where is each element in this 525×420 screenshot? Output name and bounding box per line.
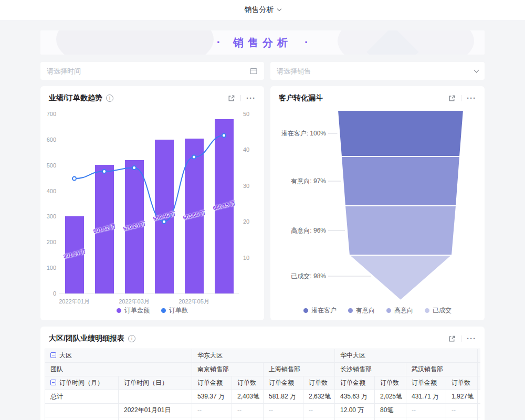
- metric-header: 订单金额: [335, 376, 375, 390]
- collapse-icon[interactable]: [50, 380, 56, 385]
- legend-dot: [303, 308, 308, 313]
- funnel-segment[interactable]: [345, 206, 456, 255]
- value-cell: 435.63 万: [335, 390, 375, 404]
- day-cell: 2022年01月02日: [119, 417, 192, 420]
- trend-card: 业绩/订单数趋势 01002003: [40, 86, 264, 320]
- day-corner-cell: 订单时间（日）: [119, 376, 192, 390]
- trend-legend: 订单金额订单数: [40, 306, 264, 315]
- value-cell: 581.82 万: [264, 390, 303, 404]
- metric-header: 订单数: [375, 376, 406, 390]
- value-cell: 431.71 万: [406, 390, 446, 404]
- region-header: 华北大区: [478, 349, 481, 363]
- chevron-down-icon: [474, 67, 479, 72]
- x-axis-tick: 2022年01月: [48, 298, 101, 306]
- calendar-icon: [249, 67, 258, 75]
- time-filter[interactable]: [40, 62, 264, 80]
- more-icon[interactable]: [467, 96, 476, 101]
- legend-item[interactable]: 高意向: [386, 306, 413, 315]
- line-marker: [72, 177, 76, 181]
- sales-filter-input[interactable]: [277, 67, 475, 75]
- funnel-svg: 潜在客户: 100%有意向: 97%高意向: 96%已成交: 98%: [279, 107, 476, 304]
- legend-dot: [117, 308, 121, 313]
- funnel-stage-label: 潜在客户: 100%: [281, 130, 327, 137]
- legend-item[interactable]: 潜在客户: [303, 306, 337, 315]
- value-cell: 2,403笔: [232, 390, 264, 404]
- value-cell: --: [264, 404, 303, 417]
- value-cell: 22.05 万: [335, 417, 375, 420]
- more-icon[interactable]: [467, 336, 476, 341]
- metric-header: 订单金额: [478, 376, 481, 390]
- value-cell: 2,632笔: [303, 390, 335, 404]
- line-marker: [192, 155, 196, 159]
- table-card-title: 大区/团队业绩明细报表: [49, 334, 124, 343]
- legend-item[interactable]: 已成交: [425, 306, 452, 315]
- page-title: 销售分析: [233, 36, 292, 50]
- export-icon[interactable]: [448, 335, 456, 343]
- month-corner-cell: 订单时间（月）: [45, 376, 119, 390]
- card-actions: [448, 335, 476, 343]
- info-icon[interactable]: [106, 94, 113, 102]
- month-cell: [45, 417, 119, 420]
- more-icon[interactable]: [246, 96, 256, 101]
- funnel-segment[interactable]: [341, 156, 460, 206]
- trend-card-header: 业绩/订单数趋势: [40, 86, 264, 103]
- topbar-title: 销售分析: [245, 5, 274, 15]
- funnel-card: 客户转化漏斗 潜在客户: 100%有意向: 97%高意向: [270, 86, 485, 320]
- value-cell: --: [232, 404, 264, 417]
- dashboard-switcher[interactable]: 销售分析: [245, 5, 281, 15]
- line-path: [75, 135, 224, 222]
- funnel-card-header: 客户转化漏斗: [270, 86, 485, 103]
- value-cell: --: [303, 404, 335, 417]
- legend-label: 已成交: [433, 306, 452, 315]
- metric-header: 订单数: [232, 376, 264, 390]
- legend-item[interactable]: 订单数: [161, 306, 188, 315]
- legend-dot: [386, 308, 391, 313]
- legend-dot: [425, 308, 429, 313]
- value-cell: 539.37 万: [192, 390, 232, 404]
- legend-item[interactable]: 有意向: [348, 306, 375, 315]
- value-cell: 2,025笔: [375, 390, 406, 404]
- report-table-card: 大区/团队业绩明细报表 大区华东大区华中大区华北大区团队南京销售部上海销: [40, 327, 485, 420]
- month-cell: [45, 404, 119, 417]
- metric-header: 订单金额: [406, 376, 446, 390]
- team-header: 武汉销售部: [406, 363, 478, 376]
- legend-dot: [161, 308, 166, 313]
- value-cell: 80笔: [375, 404, 406, 417]
- sales-filter[interactable]: [270, 62, 485, 80]
- trend-chart: 01002003004005006007001020304050301.64 万…: [40, 107, 264, 320]
- legend-item[interactable]: 订单金额: [117, 306, 150, 315]
- export-icon[interactable]: [227, 94, 235, 102]
- banner-dot: ·: [304, 36, 308, 49]
- collapse-icon[interactable]: [50, 352, 56, 358]
- pivot-table: 大区华东大区华中大区华北大区团队南京销售部上海销售部长沙销售部武汉销售部青岛销售…: [45, 349, 480, 420]
- team-header: 长沙销售部: [335, 363, 406, 376]
- card-actions: [448, 94, 476, 102]
- metric-header-row: 订单时间（月）订单时间（日）订单金额订单数订单金额订单数订单金额订单数订单金额订…: [45, 376, 481, 390]
- day-cell: [119, 390, 192, 404]
- region-header-row: 大区华东大区华中大区华北大区: [45, 349, 481, 363]
- value-cell: 12.00 万: [335, 404, 375, 417]
- metric-header: 订单金额: [192, 376, 232, 390]
- value-cell: 90笔: [375, 417, 406, 420]
- funnel-segment[interactable]: [349, 255, 452, 300]
- funnel-stage-label: 已成交: 98%: [291, 272, 326, 280]
- banner: · 销售分析 ·: [40, 30, 485, 55]
- table-row: 2022年01月02日--------22.05 万90笔------: [45, 417, 481, 420]
- info-icon[interactable]: [128, 335, 135, 342]
- export-icon[interactable]: [448, 94, 456, 102]
- banner-decoration: [56, 30, 214, 55]
- funnel-chart: 潜在客户: 100%有意向: 97%高意向: 96%已成交: 98%: [279, 107, 476, 304]
- trend-card-title: 业绩/订单数趋势: [49, 93, 102, 103]
- value-cell: --: [406, 417, 446, 420]
- content: · 销售分析 · 业绩/订单数趋势: [40, 30, 485, 420]
- line-marker: [102, 170, 106, 173]
- team-header-row: 团队南京销售部上海销售部长沙销售部武汉销售部青岛销售部: [45, 363, 481, 376]
- legend-label: 订单数: [169, 306, 188, 315]
- funnel-segment[interactable]: [338, 110, 464, 156]
- value-cell: --: [264, 417, 303, 420]
- funnel-stage-label: 高意向: 96%: [291, 227, 326, 234]
- funnel-card-title: 客户转化漏斗: [279, 93, 323, 103]
- chevron-down-icon: [277, 7, 281, 11]
- time-filter-input[interactable]: [47, 67, 249, 75]
- region-corner-cell: 大区: [45, 349, 192, 363]
